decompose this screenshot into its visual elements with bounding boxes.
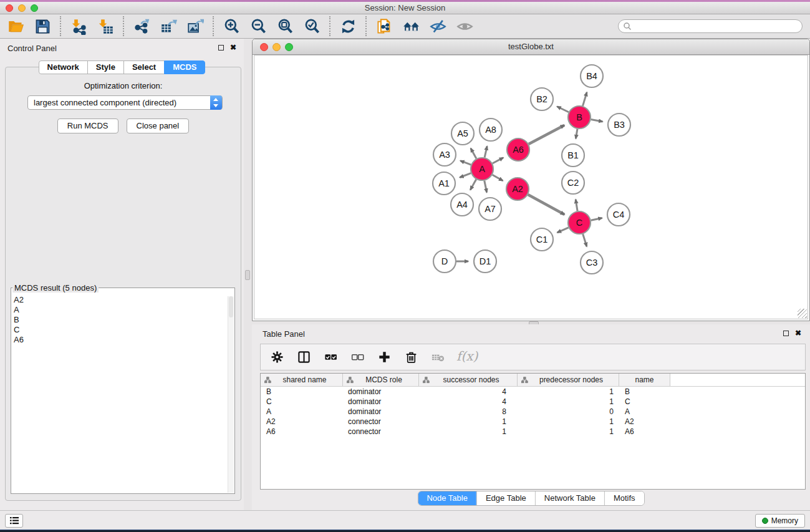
tab-motifs[interactable]: Motifs xyxy=(604,491,644,505)
network-window-titlebar[interactable]: testGlobe.txt xyxy=(253,39,809,55)
zoom-fit-icon xyxy=(277,18,294,35)
graph-edge[interactable] xyxy=(576,200,577,211)
graph-edge[interactable] xyxy=(460,173,471,178)
table-row[interactable]: Cdominator41C xyxy=(261,397,805,407)
graph-edge[interactable] xyxy=(591,120,603,122)
apply-layout-button[interactable] xyxy=(339,17,357,36)
panel-splitter[interactable] xyxy=(244,39,252,510)
tab-mcds[interactable]: MCDS xyxy=(164,60,205,74)
table-row[interactable]: Adominator80A xyxy=(261,407,805,417)
close-window-button[interactable] xyxy=(6,4,13,12)
export-image-button[interactable] xyxy=(186,17,205,36)
minimize-window-button[interactable] xyxy=(18,4,26,12)
table-settings-button[interactable] xyxy=(269,349,285,365)
graph-edge[interactable] xyxy=(460,161,471,165)
table-cell: B xyxy=(619,387,670,396)
tab-node-table[interactable]: Node Table xyxy=(418,491,476,505)
table-row[interactable]: Bdominator41B xyxy=(261,387,805,397)
zoom-fit-button[interactable] xyxy=(276,17,294,36)
network-minimize-button[interactable] xyxy=(272,43,281,51)
show-details-button[interactable] xyxy=(455,17,474,36)
memory-button[interactable]: Memory xyxy=(755,514,805,528)
column-header[interactable]: successor nodes xyxy=(419,374,518,386)
import-network-button[interactable] xyxy=(69,17,88,36)
graph-edge[interactable] xyxy=(583,234,587,246)
criterion-dropdown[interactable]: largest connected component (directed) xyxy=(27,95,223,110)
tab-network-table[interactable]: Network Table xyxy=(535,491,604,505)
result-item[interactable]: A6 xyxy=(14,335,224,345)
float-table-panel-icon[interactable] xyxy=(783,331,789,336)
graph-edge[interactable] xyxy=(557,107,569,112)
unselect-all-columns-button[interactable] xyxy=(349,349,365,365)
graph-edge[interactable] xyxy=(493,175,503,180)
export-table-button[interactable] xyxy=(159,17,178,36)
column-header[interactable]: shared name xyxy=(261,374,343,386)
task-history-button[interactable] xyxy=(5,514,23,528)
graph-edge[interactable] xyxy=(528,195,565,215)
close-panel-button[interactable]: Close panel xyxy=(127,118,190,133)
dropdown-stepper-icon xyxy=(210,95,222,110)
result-item[interactable]: B xyxy=(14,315,224,325)
table-cell: 0 xyxy=(518,407,619,416)
graph-edge[interactable] xyxy=(471,148,476,159)
graph-edge[interactable] xyxy=(583,92,587,106)
tab-style[interactable]: Style xyxy=(87,60,124,74)
zoom-selected-button[interactable] xyxy=(302,17,321,36)
save-session-button[interactable] xyxy=(33,17,52,36)
first-neighbors-button[interactable] xyxy=(402,17,420,36)
import-table-icon xyxy=(97,18,114,35)
graph-node-label: A3 xyxy=(439,150,450,160)
split-columns-icon xyxy=(297,350,311,364)
graph-edge[interactable] xyxy=(485,146,487,157)
tab-edge-table[interactable]: Edge Table xyxy=(476,491,535,505)
graph-edge[interactable] xyxy=(557,228,569,233)
zoom-in-button[interactable] xyxy=(222,17,241,36)
network-close-button[interactable] xyxy=(260,43,268,51)
function-builder-button[interactable]: f(x) xyxy=(456,349,478,365)
delete-columns-button[interactable] xyxy=(403,349,419,365)
zoom-out-button[interactable] xyxy=(249,17,268,36)
search-input[interactable] xyxy=(618,19,803,33)
node-table-body: Bdominator41BCdominator41CAdominator80AA… xyxy=(261,387,805,437)
delete-table-button[interactable] xyxy=(430,349,446,365)
add-column-button[interactable] xyxy=(376,349,392,365)
splitter-handle[interactable] xyxy=(245,270,250,280)
open-session-button[interactable] xyxy=(6,17,25,36)
graph-edge[interactable] xyxy=(591,218,602,220)
table-row[interactable]: A2connector11A2 xyxy=(261,417,805,427)
result-item[interactable]: A2 xyxy=(14,295,224,305)
gear-icon xyxy=(270,350,284,364)
export-network-button[interactable] xyxy=(132,17,151,36)
control-panel-title: Control Panel xyxy=(7,44,57,53)
float-panel-icon[interactable] xyxy=(218,45,224,51)
select-all-columns-button[interactable] xyxy=(322,349,339,365)
network-canvas[interactable]: B4B2BB3A5A8A6A3AB1A1A2C2A4A7C4CC1DD1C3 xyxy=(254,55,808,319)
tab-network[interactable]: Network xyxy=(39,60,88,74)
run-mcds-button[interactable]: Run MCDS xyxy=(57,118,118,133)
graph-edge[interactable] xyxy=(576,129,577,139)
column-header[interactable]: MCDS role xyxy=(343,374,419,386)
graph-edge[interactable] xyxy=(485,181,487,193)
window-resize-grip[interactable] xyxy=(798,309,807,318)
close-panel-icon[interactable]: ✖ xyxy=(230,44,236,51)
result-item[interactable]: A xyxy=(14,305,224,315)
toggle-panels-button[interactable] xyxy=(296,349,312,365)
result-item[interactable]: C xyxy=(14,325,224,335)
memory-label: Memory xyxy=(771,516,798,525)
column-header[interactable]: name xyxy=(619,374,670,386)
table-cell: 8 xyxy=(419,407,518,416)
graph-edge[interactable] xyxy=(470,180,476,190)
zoom-window-button[interactable] xyxy=(31,4,38,12)
tab-select[interactable]: Select xyxy=(123,60,165,74)
graph-edge[interactable] xyxy=(529,125,564,144)
network-file-button[interactable] xyxy=(375,17,393,36)
graph-edge[interactable] xyxy=(493,158,503,163)
export-table-icon xyxy=(160,18,177,35)
close-table-panel-icon[interactable]: ✖ xyxy=(795,330,801,336)
column-header[interactable]: predecessor nodes xyxy=(518,374,619,386)
network-zoom-button[interactable] xyxy=(285,43,293,51)
import-table-button[interactable] xyxy=(96,17,115,36)
result-scrollbar[interactable] xyxy=(228,296,234,493)
table-row[interactable]: A6connector11A6 xyxy=(261,427,805,437)
hide-details-button[interactable] xyxy=(428,17,447,36)
